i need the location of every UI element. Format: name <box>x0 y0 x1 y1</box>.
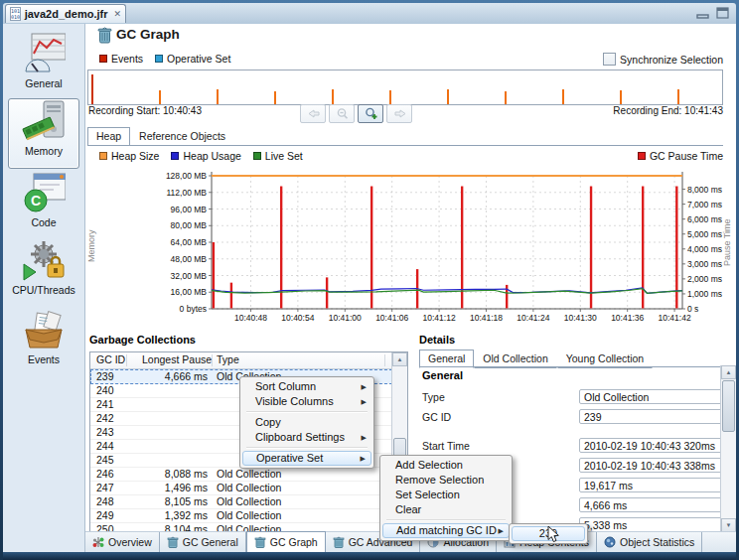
bottom-tab-overview[interactable]: Overview <box>85 532 160 552</box>
y-axis-left-tick: 48,00 MB <box>171 254 208 264</box>
cell-longest-pause: 8,088 ms <box>128 468 208 480</box>
recording-end-label: Recording End: 10:41:43 <box>613 105 723 116</box>
x-axis-tick: 10:41:06 <box>375 313 408 323</box>
operative-set-submenu: Add SelectionRemove SelectionSet Selecti… <box>379 455 513 541</box>
field-value-start-time[interactable]: 2010-02-19 10:40:43 320ms <box>579 438 736 453</box>
table-row-gc-248[interactable]: 2488,105 msOld Collection <box>90 494 392 509</box>
sidebar-item-general[interactable]: General <box>3 32 84 95</box>
table-row-gc-246[interactable]: 2468,088 msOld Collection <box>90 467 392 482</box>
cell-longest-pause: 8,105 ms <box>128 495 208 507</box>
forward-arrow-icon <box>391 106 408 121</box>
field-value-sum-of-pauses[interactable]: 5,338 ms <box>579 517 736 532</box>
synchronize-selection-label: Synchronize Selection <box>620 54 723 66</box>
legend-item: Live Set <box>253 150 303 162</box>
legend-label: Events <box>111 53 143 65</box>
timeline-event-tick <box>677 89 679 104</box>
field-value-longest-pause[interactable]: 4,666 ms <box>579 497 736 512</box>
bottom-tab-object-statistics[interactable]: Object Statistics <box>597 532 702 552</box>
cell-type: Old Collection <box>217 495 281 507</box>
submenu-arrow-icon: ▶ <box>499 524 504 537</box>
y-axis-right-tick: 7,000 ms <box>687 200 722 210</box>
back-arrow-icon <box>305 106 322 121</box>
cell-gc-id: 246 <box>96 468 114 480</box>
menu-item-clear[interactable]: Clear <box>382 502 510 517</box>
table-row-gc-249[interactable]: 2491,392 msOld Collection <box>90 508 392 523</box>
timeline-event-tick <box>217 89 219 104</box>
sidebar-item-memory[interactable]: Memory <box>8 98 79 169</box>
bottom-tab-gc-general[interactable]: GC General <box>160 532 246 552</box>
field-value-gc-id[interactable]: 239 <box>579 409 736 424</box>
flight-recording-icon: 10100101 <box>10 7 21 21</box>
cell-type: Old Collection <box>217 468 281 480</box>
cell-type: Old Collection <box>217 509 281 521</box>
x-axis-tick: 10:41:42 <box>659 313 691 323</box>
tab-close-icon[interactable]: ✕ <box>113 9 121 19</box>
timeline-strip[interactable] <box>87 70 723 105</box>
timeline-event-tick <box>505 91 507 104</box>
memory-icon <box>22 99 66 143</box>
sidebar: General Memory CCode CPU/Threads Events <box>3 24 85 552</box>
zoom-out-button[interactable] <box>329 104 355 123</box>
heap-tabs: HeapReference Objects <box>87 127 234 146</box>
menu-item-add-matching-gc-id[interactable]: Add matching GC ID▶ <box>382 523 510 538</box>
editor-tab[interactable]: 10100101 java2d_demo.jfr ✕ <box>5 4 126 23</box>
x-axis-tick: 10:41:36 <box>611 313 644 323</box>
sidebar-item-cpu-threads[interactable]: CPU/Threads <box>3 238 84 304</box>
scroll-up-button[interactable]: ▲ <box>721 365 736 379</box>
x-axis-tick: 10:40:54 <box>281 313 314 323</box>
minimize-view-icon[interactable] <box>696 7 710 19</box>
cell-gc-id: 240 <box>96 384 114 396</box>
menu-item-visible-columns[interactable]: Visible Columns▶ <box>242 394 371 409</box>
legend-item: Heap Usage <box>171 150 240 162</box>
zoom-in-button[interactable] <box>358 104 383 123</box>
details-section-header: General <box>422 369 463 381</box>
synchronize-selection-checkbox[interactable] <box>603 53 616 66</box>
menu-item-remove-selection[interactable]: Remove Selection <box>382 473 510 488</box>
maximize-view-icon[interactable] <box>716 7 730 19</box>
field-value-type[interactable]: Old Collection <box>579 389 736 404</box>
details-scrollbar[interactable]: ▲ ▼ <box>720 365 736 532</box>
table-row-gc-247[interactable]: 2471,496 msOld Collection <box>90 481 392 495</box>
context-menu: Sort Column▶Visible Columns▶CopyClipboar… <box>239 376 374 469</box>
trash-icon <box>167 536 179 549</box>
cell-gc-id: 247 <box>96 482 114 493</box>
menu-item-clipboard-settings[interactable]: Clipboard Settings▶ <box>242 430 371 445</box>
menu-item-add-selection[interactable]: Add Selection <box>382 458 510 473</box>
menu-item-operative-set[interactable]: Operative Set▶ <box>242 451 371 466</box>
forward-arrow-button[interactable] <box>386 104 412 123</box>
recording-start-label: Recording Start: 10:40:43 <box>88 105 202 116</box>
synchronize-selection[interactable]: Synchronize Selection <box>603 53 723 66</box>
back-arrow-button[interactable] <box>300 104 326 123</box>
tab-reference-objects[interactable]: Reference Objects <box>130 127 234 146</box>
cell-gc-id: 248 <box>96 495 114 507</box>
sidebar-item-label: General <box>25 77 62 89</box>
x-axis-tick: 10:41:18 <box>470 313 503 323</box>
submenu-arrow-icon: ▶ <box>362 430 367 445</box>
column-header-type[interactable]: Type <box>217 353 239 365</box>
bottom-tab-label: Overview <box>108 536 152 548</box>
legend-swatch <box>99 152 107 160</box>
sidebar-item-label: Code <box>31 216 56 228</box>
menu-item-set-selection[interactable]: Set Selection <box>382 488 510 502</box>
menu-item-sort-column[interactable]: Sort Column▶ <box>242 379 371 394</box>
field-value-end-time[interactable]: 2010-02-19 10:40:43 338ms <box>579 458 736 473</box>
column-header-gc-id[interactable]: GC ID <box>96 353 125 365</box>
column-header-longest-pause[interactable]: Longest Pause <box>142 353 208 365</box>
table-header[interactable]: GC IDLongest PauseType <box>90 352 392 369</box>
y-axis-left-tick: 16,00 MB <box>171 287 208 297</box>
tab-heap[interactable]: Heap <box>87 127 130 146</box>
scroll-up-button[interactable]: ▲ <box>392 352 407 366</box>
bottom-tab-gc-graph[interactable]: GC Graph <box>246 531 326 552</box>
field-value-duration[interactable]: 19,617 ms <box>579 478 736 492</box>
scrollbar-thumb[interactable] <box>722 380 735 432</box>
menu-item-label: Clipboard Settings <box>255 431 345 443</box>
trash-icon <box>254 536 266 549</box>
gc-chart[interactable]: 128,00 MB112,00 MB96,00 MB80,00 MB64,00 … <box>85 169 736 328</box>
menu-item-copy[interactable]: Copy <box>242 415 371 430</box>
sidebar-item-code[interactable]: CCode <box>3 171 84 234</box>
timeline-event-tick <box>389 90 391 104</box>
sidebar-item-events[interactable]: Events <box>3 308 84 371</box>
scroll-down-button[interactable]: ▼ <box>721 518 736 532</box>
timeline-event-tick <box>620 90 622 104</box>
legend-label: Heap Size <box>111 150 159 162</box>
